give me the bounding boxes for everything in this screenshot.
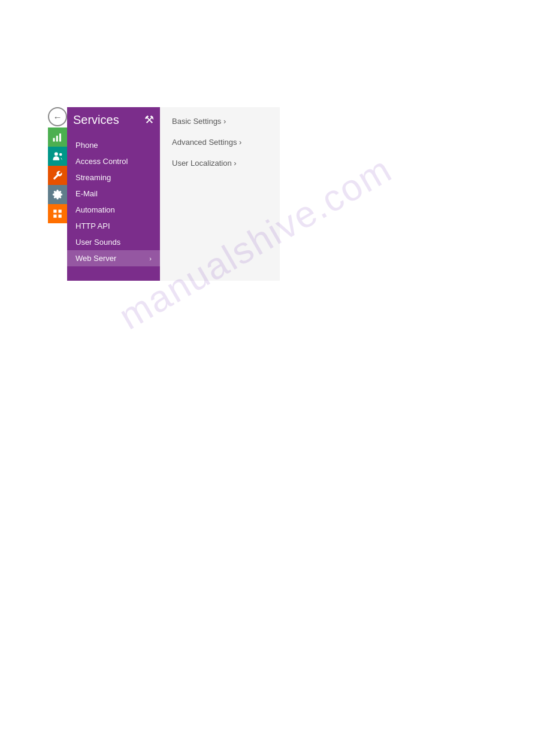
svg-rect-0 <box>53 138 55 142</box>
menu-item-phone[interactable]: Phone <box>67 137 160 153</box>
menu-item-streaming[interactable]: Streaming <box>67 169 160 186</box>
bar-chart-icon <box>52 132 63 142</box>
wrench-icon: ⚒ <box>144 113 154 126</box>
stats-icon-button[interactable] <box>48 127 67 147</box>
content-panel: Basic Settings › Advanced Settings › Use… <box>160 107 280 281</box>
svg-rect-6 <box>53 210 56 212</box>
users-icon-button[interactable] <box>48 147 67 166</box>
icon-sidebar: ← <box>48 107 67 281</box>
menu-item-access-control[interactable]: Access Control <box>67 153 160 169</box>
menu-title: Services <box>73 113 119 127</box>
chevron-right-icon: › <box>149 255 152 262</box>
menu-items-list: Phone Access Control Streaming E-Mail Au… <box>67 132 160 271</box>
users-icon <box>52 151 63 162</box>
menu-item-automation[interactable]: Automation <box>67 202 160 218</box>
gear-icon <box>52 189 63 200</box>
svg-rect-8 <box>59 215 62 218</box>
svg-rect-1 <box>56 136 58 142</box>
advanced-settings-link[interactable]: Advanced Settings › <box>172 138 268 147</box>
main-panel: Services ⚒ Phone Access Control Streamin… <box>67 107 280 281</box>
tools-icon <box>52 170 63 181</box>
menu-item-http-api[interactable]: HTTP API <box>67 218 160 234</box>
back-button[interactable]: ← <box>48 107 67 126</box>
menu-item-web-server[interactable]: Web Server › <box>67 250 160 266</box>
user-localization-link[interactable]: User Localization › <box>172 159 268 168</box>
menu-item-email[interactable]: E-Mail <box>67 186 160 202</box>
grid-icon <box>52 208 63 219</box>
svg-rect-7 <box>59 210 62 212</box>
gear-icon-button[interactable] <box>48 185 67 204</box>
svg-point-4 <box>59 153 62 156</box>
svg-rect-9 <box>53 215 56 218</box>
menu-header: Services ⚒ <box>67 107 160 132</box>
menu-item-user-sounds[interactable]: User Sounds <box>67 234 160 250</box>
purple-menu: Services ⚒ Phone Access Control Streamin… <box>67 107 160 281</box>
basic-settings-link[interactable]: Basic Settings › <box>172 117 268 126</box>
svg-rect-2 <box>59 133 61 142</box>
grid-icon-button[interactable] <box>48 204 67 223</box>
tools-icon-button[interactable] <box>48 166 67 185</box>
svg-point-3 <box>55 152 58 156</box>
